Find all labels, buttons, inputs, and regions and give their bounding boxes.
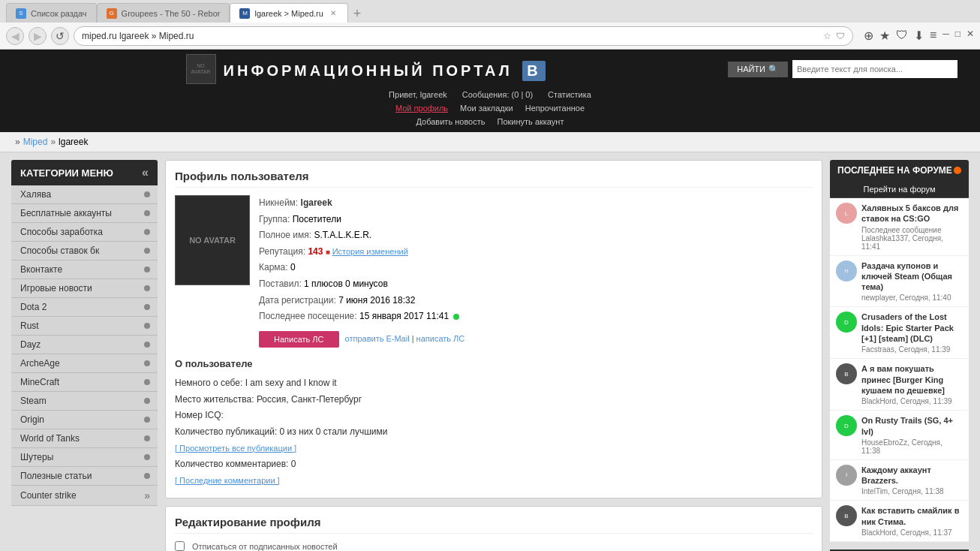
sidebar-item-dota2[interactable]: Dota 2	[11, 298, 158, 317]
forum-sidebar: ПОСЛЕДНЕЕ НА ФОРУМЕ Перейти на форум L Х…	[830, 160, 969, 551]
forum-goto-btn[interactable]: Перейти на форум	[830, 181, 969, 198]
sidebar-item-articles[interactable]: Полезные статьи	[11, 467, 158, 486]
sidebar: КАТЕГОРИИ МЕНЮ « Халява Бесплатные аккау…	[11, 160, 158, 551]
about-label: Немного о себе:	[175, 378, 242, 388]
forum-item-sub-0: Последнее сообщение	[861, 226, 963, 234]
stats-link[interactable]: Статистика	[548, 90, 591, 99]
karma-history-link[interactable]: История изменений	[332, 247, 408, 256]
refresh-button[interactable]: ↺	[51, 27, 69, 45]
sidebar-collapse-icon[interactable]: «	[142, 166, 149, 179]
profile-rated-row: Поставил: 1 плюсов 0 минусов	[259, 276, 813, 293]
tab-favicon-miped: M	[239, 8, 250, 19]
forum-item-author-3: BlackHord, Сегодня, 11:39	[861, 397, 963, 405]
forum-item-1[interactable]: n Раздача купонов и ключей Steam (Общая …	[830, 256, 969, 308]
edit-profile-box: Редактирование профиля Отписаться от под…	[165, 506, 822, 551]
rated-label: Поставил:	[259, 279, 302, 289]
sidebar-title: КАТЕГОРИИ МЕНЮ	[20, 167, 113, 179]
minimize-icon[interactable]: ─	[942, 29, 949, 43]
comments-label: Количество комментариев:	[175, 459, 288, 469]
sidebar-item-wot[interactable]: World of Tanks	[11, 429, 158, 448]
search-button[interactable]: НАЙТИ 🔍	[728, 62, 788, 77]
my-profile-link[interactable]: Мой профиль	[395, 104, 448, 113]
bookmarks-link[interactable]: Мои закладки	[460, 104, 513, 113]
leave-link[interactable]: Покинуть аккаунт	[498, 117, 564, 126]
sidebar-item-origin[interactable]: Origin	[11, 411, 158, 429]
maximize-icon[interactable]: □	[955, 29, 960, 43]
close-icon[interactable]: ✕	[966, 29, 974, 43]
send-email-link[interactable]: отправить E-Mail	[345, 334, 410, 343]
breadcrumb: » Miped » lgareek	[0, 132, 980, 152]
forum-item-0[interactable]: L Халявных 5 баксов для ставок на CS:GO …	[830, 198, 969, 256]
forum-item-title-0: Халявных 5 баксов для ставок на CS:GO	[861, 203, 963, 224]
sidebar-dot-7	[144, 323, 150, 329]
forum-item-6[interactable]: B Как вставить смайлик в ник Стима. Blac…	[830, 501, 969, 542]
sidebar-item-earnings[interactable]: Способы заработка	[11, 223, 158, 242]
back-button[interactable]: ◀	[6, 27, 24, 45]
sidebar-item-steam[interactable]: Steam	[11, 392, 158, 411]
shield2-icon[interactable]: 🛡	[896, 29, 908, 43]
edit-form: Отписаться от подписанных новостей Ваше …	[175, 541, 813, 551]
sidebar-item-rust[interactable]: Rust	[11, 317, 158, 336]
bookmark-icon[interactable]: ★	[879, 29, 890, 43]
about-title: О пользователе	[175, 355, 813, 372]
search-input[interactable]	[792, 60, 957, 78]
sidebar-item-dayz[interactable]: Dayz	[11, 336, 158, 354]
forum-item-author-6: BlackHord, Сегодня, 11:37	[861, 528, 963, 537]
sidebar-item-cs[interactable]: Counter strike »	[11, 486, 158, 506]
breadcrumb-home[interactable]: Miped	[23, 137, 48, 147]
forum-item-4[interactable]: D On Rusty Trails (SG, 4+ lvl) HouseEbro…	[830, 411, 969, 460]
site-title-block: ИНФОРМАЦИОННЫЙ ПОРТАЛ В	[224, 55, 546, 84]
download-icon[interactable]: ⬇	[914, 29, 924, 43]
forum-item-title-1: Раздача купонов и ключей Steam (Общая те…	[861, 260, 963, 293]
avatar-box: NO AVATAR	[175, 195, 250, 285]
forum-item-2[interactable]: D Crusaders of the Lost Idols: Epic Star…	[830, 307, 969, 359]
karma-square: ■	[326, 248, 332, 256]
forum-item-author-1: newplayer, Сегодня, 11:40	[861, 294, 963, 302]
tab-miped[interactable]: M lgareek > Miped.ru ✕	[230, 3, 347, 23]
write-pm-link[interactable]: написать ЛС	[416, 334, 465, 343]
pubs-link-row: [ Просмотреть все публикации ]	[175, 441, 813, 457]
add-news-link[interactable]: Добавить новость	[416, 117, 485, 126]
action-send-email-link: отправить E-Mail | написать ЛС	[345, 332, 465, 347]
profile-group-row: Группа: Посетители	[259, 212, 813, 228]
comments-link[interactable]: [ Последние комментарии ]	[175, 476, 280, 485]
fullname-label: Полное имя:	[259, 230, 311, 240]
menu-icon[interactable]: ≡	[930, 29, 936, 43]
sidebar-item-archeage[interactable]: ArcheAge	[11, 354, 158, 373]
forum-item-title-3: А я вам покушать принес [Burger King куш…	[861, 363, 963, 396]
sidebar-item-gamenews[interactable]: Игровые новости	[11, 279, 158, 298]
sidebar-item-halyava[interactable]: Халява	[11, 185, 158, 204]
sidebar-expand-icon[interactable]: »	[144, 489, 150, 501]
site-title-text: ИНФОРМАЦИОННЫЙ ПОРТАЛ	[224, 62, 513, 79]
about-content: Немного о себе: I am sexy and I know it	[175, 375, 813, 392]
send-pm-button[interactable]: Написать ЛС	[259, 331, 339, 348]
sidebar-item-vk[interactable]: Вконтакте	[11, 260, 158, 279]
tab-razdach[interactable]: S Список раздач	[6, 3, 97, 23]
sidebar-dot-3	[144, 248, 150, 254]
profile-content: NO AVATAR Никнейм: lgareek Группа: Посет…	[175, 195, 813, 348]
sidebar-item-shooters[interactable]: Шутеры	[11, 448, 158, 467]
karma-label: Репутация:	[259, 246, 305, 257]
profile-karma2-row: Карма: 0	[259, 260, 813, 276]
sidebar-item-bets[interactable]: Способы ставок бк	[11, 242, 158, 260]
subscribe-row: Отписаться от подписанных новостей	[175, 541, 813, 551]
sidebar-item-accounts[interactable]: Бесплатные аккаунты	[11, 204, 158, 223]
star-icon[interactable]: ☆	[823, 31, 831, 41]
tab-groupees[interactable]: G Groupees - The 50 - Rebor	[97, 3, 230, 23]
forum-item-5[interactable]: I Каждому аккаунт Brazzers. IntelTim, Се…	[830, 460, 969, 501]
main-content: Профиль пользователя NO AVATAR Никнейм: …	[165, 160, 822, 551]
tab-add-btn[interactable]: +	[348, 5, 366, 23]
sidebar-dot-1	[144, 210, 150, 216]
address-bar[interactable]: miped.ru lgareek » Miped.ru ☆ 🛡	[74, 26, 853, 46]
unread-link[interactable]: Непрочитанное	[525, 104, 585, 113]
forward-button[interactable]: ▶	[29, 27, 47, 45]
forum-item-title-5: Каждому аккаунт Brazzers.	[861, 465, 963, 486]
tab-close-miped[interactable]: ✕	[328, 8, 338, 19]
pubs-link[interactable]: [ Просмотреть все публикации ]	[175, 444, 296, 453]
subscribe-checkbox[interactable]	[175, 541, 185, 551]
vk-button[interactable]: В	[522, 61, 545, 81]
forum-item-3[interactable]: B А я вам покушать принес [Burger King к…	[830, 359, 969, 411]
extensions-icon[interactable]: ⊕	[864, 29, 873, 43]
sidebar-dot-11	[144, 398, 150, 404]
sidebar-item-minecraft[interactable]: MineCraft	[11, 373, 158, 392]
